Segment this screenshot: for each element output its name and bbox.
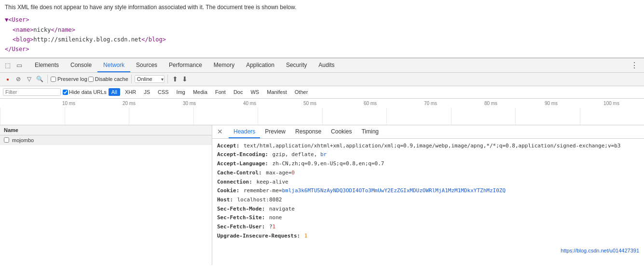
- header-accept: Accept: text/html,application/xhtml+xml,…: [217, 142, 639, 151]
- xml-tag: ▼<User>: [5, 16, 29, 23]
- tab-performance[interactable]: Performance: [163, 58, 208, 72]
- timeline-label-9: 100 ms: [581, 101, 642, 106]
- table-row[interactable]: mojombo: [0, 135, 212, 145]
- filter-css-button[interactable]: CSS: [155, 88, 172, 96]
- xml-area: This XML file does not appear to have an…: [0, 0, 644, 58]
- filter-xhr-button[interactable]: XHR: [122, 88, 139, 96]
- xml-content: ▼<User> <name>nicky</name> <blog>http://…: [5, 15, 639, 54]
- name-panel: Name mojombo: [0, 125, 212, 265]
- network-toolbar: ● ⊘ ▽ 🔍 Preserve log Disable cache Onlin…: [0, 73, 644, 86]
- timeline-label-0: 10 ms: [39, 101, 99, 106]
- timeline-label-7: 80 ms: [461, 101, 521, 106]
- timeline-label-5: 60 ms: [340, 101, 400, 106]
- online-select[interactable]: Online Offline Slow 3G Fast 3G: [135, 75, 164, 83]
- preserve-log-checkbox[interactable]: Preserve log: [51, 76, 87, 82]
- header-cookie: Cookie: remember-me=bmlja3k6MTU5NzAyNDQ3…: [217, 186, 639, 196]
- sub-tab-response[interactable]: Response: [290, 125, 326, 139]
- filter-manifest-button[interactable]: Manifest: [264, 88, 290, 96]
- sub-tab-bar: ✕ Headers Preview Response Cookies Timin…: [212, 125, 644, 139]
- filter-img-button[interactable]: Img: [174, 88, 188, 96]
- record-button[interactable]: ●: [3, 74, 13, 84]
- sub-tab-cookies[interactable]: Cookies: [326, 125, 356, 139]
- device-icon[interactable]: ▭: [14, 59, 25, 71]
- header-sec-fetch-user: Sec-Fetch-User: ?1: [217, 223, 639, 232]
- timeline-grid: [0, 107, 644, 125]
- header-connection: Connection: keep-alive: [217, 178, 639, 187]
- name-panel-header: Name: [0, 125, 212, 135]
- tab-network[interactable]: Network: [97, 58, 130, 72]
- more-tabs-icon[interactable]: ⋮: [627, 61, 642, 70]
- devtools-panel: ⬚ ▭ Elements Console Network Sources Per…: [0, 58, 644, 265]
- close-panel-icon[interactable]: ✕: [215, 128, 225, 135]
- filter-js-button[interactable]: JS: [141, 88, 153, 96]
- tab-bar: ⬚ ▭ Elements Console Network Sources Per…: [0, 58, 644, 73]
- timeline-label-8: 90 ms: [521, 101, 581, 106]
- header-upgrade-insecure: Upgrade-Insecure-Requests: 1: [217, 232, 639, 241]
- search-button[interactable]: 🔍: [35, 74, 44, 84]
- header-sec-fetch-site: Sec-Fetch-Site: none: [217, 213, 639, 223]
- filter-other-button[interactable]: Other: [292, 88, 311, 96]
- disable-cache-label: Disable cache: [95, 76, 128, 82]
- tab-sources[interactable]: Sources: [130, 58, 163, 72]
- clear-button[interactable]: ⊘: [14, 74, 23, 84]
- filter-ws-button[interactable]: WS: [247, 88, 262, 96]
- filter-all-button[interactable]: All: [109, 88, 120, 96]
- filter-media-button[interactable]: Media: [190, 88, 210, 96]
- toolbar-separator-1: [47, 75, 48, 83]
- headers-content: Accept: text/html,application/xhtml+xml,…: [212, 139, 644, 265]
- timeline-label-1: 20 ms: [99, 101, 159, 106]
- xml-info: This XML file does not appear to have an…: [5, 3, 639, 12]
- timeline-label-4: 50 ms: [280, 101, 340, 106]
- tab-console[interactable]: Console: [65, 58, 97, 72]
- header-sec-fetch-mode: Sec-Fetch-Mode: navigate: [217, 205, 639, 214]
- hide-data-urls-label: Hide data URLs: [69, 89, 107, 95]
- filter-input[interactable]: [3, 88, 61, 96]
- online-select-wrap: Online Offline Slow 3G Fast 3G: [135, 75, 164, 83]
- hide-data-urls-checkbox[interactable]: Hide data URLs: [63, 89, 107, 95]
- tab-icons: ⬚ ▭: [2, 59, 25, 71]
- bottom-url[interactable]: https://blog.csdn.net/u014427391: [561, 246, 639, 255]
- header-accept-encoding: Accept-Encoding: gzip, deflate, br: [217, 150, 639, 159]
- headers-panel: ✕ Headers Preview Response Cookies Timin…: [212, 125, 644, 265]
- timeline-area: 10 ms 20 ms 30 ms 40 ms 50 ms 60 ms 70 m…: [0, 99, 644, 125]
- preserve-log-label: Preserve log: [57, 76, 87, 82]
- disable-cache-checkbox[interactable]: Disable cache: [88, 76, 128, 82]
- header-accept-language: Accept-Language: zh-CN,zh;q=0.9,en-US;q=…: [217, 159, 639, 169]
- row-name: mojombo: [12, 137, 34, 143]
- filter-icon[interactable]: ▽: [24, 74, 34, 84]
- filter-bar: Hide data URLs All XHR JS CSS Img Media …: [0, 86, 644, 99]
- hide-data-urls-input[interactable]: [63, 90, 68, 95]
- download-icon[interactable]: ⬇: [180, 75, 189, 83]
- timeline-label-6: 70 ms: [400, 101, 461, 106]
- filter-font-button[interactable]: Font: [212, 88, 229, 96]
- timeline-label-3: 40 ms: [219, 101, 280, 106]
- timeline-label-2: 30 ms: [159, 101, 219, 106]
- tab-application[interactable]: Application: [240, 58, 280, 72]
- tab-security[interactable]: Security: [280, 58, 313, 72]
- disable-cache-input[interactable]: [88, 77, 94, 82]
- filter-doc-button[interactable]: Doc: [231, 88, 246, 96]
- header-cache-control: Cache-Control: max-age=0: [217, 169, 639, 178]
- sub-tab-headers[interactable]: Headers: [229, 125, 260, 139]
- row-checkbox[interactable]: [4, 137, 9, 143]
- sub-tab-preview[interactable]: Preview: [260, 125, 290, 139]
- tab-memory[interactable]: Memory: [208, 58, 240, 72]
- toolbar-separator-2: [131, 75, 132, 83]
- inspect-icon[interactable]: ⬚: [2, 59, 14, 71]
- preserve-log-input[interactable]: [51, 77, 56, 82]
- sub-tab-timing[interactable]: Timing: [356, 125, 384, 139]
- tab-elements[interactable]: Elements: [29, 58, 65, 72]
- toolbar-separator-3: [167, 75, 168, 83]
- timeline-labels: 10 ms 20 ms 30 ms 40 ms 50 ms 60 ms 70 m…: [0, 101, 644, 106]
- header-host: Host: localhost:8082: [217, 196, 639, 205]
- upload-icon[interactable]: ⬆: [171, 75, 179, 83]
- tab-audits[interactable]: Audits: [313, 58, 340, 72]
- main-split: Name mojombo ✕ Headers Preview Response …: [0, 125, 644, 265]
